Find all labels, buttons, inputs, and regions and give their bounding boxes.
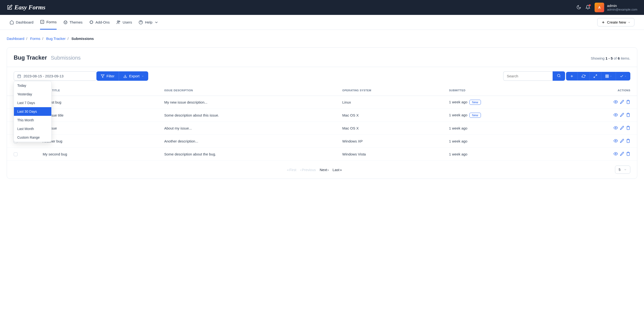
cell-os: Windows XP [338,135,444,148]
row-checkbox[interactable] [14,152,18,156]
bulk-actions-button[interactable] [616,72,630,81]
status-badge: New [470,113,481,118]
edit-action[interactable] [620,152,624,157]
theme-toggle[interactable] [576,5,581,10]
col-submitted[interactable]: SUBMITTED [444,85,559,96]
check-icon [620,74,624,78]
eye-icon [614,100,618,104]
user-menu[interactable]: A admin admin@example.com [594,3,637,12]
notifications-button[interactable] [586,5,590,10]
nav-users[interactable]: Users [116,15,132,30]
result-count: Showing 1 - 5 of 6 items. [591,56,630,60]
avatar: A [594,3,604,12]
notification-dot [589,4,591,6]
date-range-input[interactable]: 2023-08-15 - 2023-09-13 [14,71,97,81]
cell-os: Mac OS X [338,109,444,122]
svg-point-13 [615,127,616,128]
nav-themes[interactable]: Themes [63,15,82,30]
delete-action[interactable] [626,100,630,105]
edit-action[interactable] [620,113,624,118]
chevron-down-icon [610,75,612,77]
date-preset-item[interactable]: This Month [14,116,51,124]
edit-action[interactable] [620,139,624,144]
delete-action[interactable] [626,113,630,118]
user-email: admin@example.com [607,8,637,11]
col-desc[interactable]: ISSUE DESCRIPTION [160,85,338,96]
chevron-down-icon [154,20,158,25]
view-action[interactable] [614,100,618,105]
nav-addons[interactable]: Add-Ons [89,15,110,30]
breadcrumb-current: Submissions [72,37,94,41]
page-first[interactable]: « First [287,168,296,172]
nav-forms[interactable]: Forms [40,15,56,30]
search-button[interactable] [552,71,565,81]
chevron-down-icon [628,21,630,24]
help-icon [139,20,143,25]
users-icon [116,20,121,25]
svg-point-14 [615,140,616,141]
view-action[interactable] [614,152,618,157]
submissions-table: ISSUE TITLE ISSUE DESCRIPTION OPERATING … [7,85,637,161]
edit-icon [7,5,12,10]
page-previous[interactable]: ‹ Previous [300,168,316,172]
svg-point-6 [119,21,120,22]
columns-button[interactable] [601,72,616,81]
edit-action[interactable] [620,100,624,105]
refresh-button[interactable] [578,72,589,81]
breadcrumb-forms[interactable]: Forms [30,37,40,41]
page-title: Bug Tracker [14,54,47,61]
table-row: My issue About my issue... Mac OS X 1 we… [7,122,637,135]
page-subtitle: Submissions [51,55,81,61]
status-badge: New [470,100,481,105]
add-button[interactable] [566,72,578,81]
top-bar: Easy Forms A admin admin@example.com [0,0,644,15]
view-action[interactable] [614,113,618,118]
user-name: admin [607,4,637,8]
svg-rect-8 [18,75,21,78]
page-size-select[interactable]: 5 [615,165,630,174]
breadcrumb-bugtracker[interactable]: Bug Tracker [46,37,66,41]
svg-point-5 [117,21,119,22]
export-button[interactable]: Export [119,71,148,81]
delete-action[interactable] [626,126,630,131]
table-row: My issue title Some description about th… [7,109,637,122]
create-new-button[interactable]: Create New [597,18,634,27]
cell-title: My second bug [22,148,160,161]
filter-button[interactable]: Filter [96,71,119,81]
chevron-down-icon [624,168,627,171]
date-preset-dropdown: TodayYesterdayLast 7 DaysLast 30 DaysThi… [14,81,52,142]
delete-action[interactable] [626,139,630,144]
grid-icon [605,74,609,78]
pencil-icon [620,126,624,130]
page-next[interactable]: Next › [320,168,329,172]
view-action[interactable] [614,126,618,131]
trash-icon [626,152,630,156]
pencil-icon [620,100,624,104]
page-last[interactable]: Last » [333,168,342,172]
date-preset-item[interactable]: Yesterday [14,90,51,98]
cell-desc: About my issue... [160,122,338,135]
expand-button[interactable] [589,72,601,81]
cell-submitted: 1 week ago [444,148,559,161]
brand-text: Easy Forms [14,4,45,11]
refresh-icon [582,74,586,78]
view-action[interactable] [614,139,618,144]
date-preset-item[interactable]: Last 7 Days [14,98,51,107]
breadcrumb-dashboard[interactable]: Dashboard [7,37,24,41]
date-preset-item[interactable]: Last Month [14,124,51,133]
cell-submitted: 1 week agoNew [444,109,559,122]
search-input[interactable] [503,71,552,81]
svg-point-9 [558,74,560,77]
brand-logo[interactable]: Easy Forms [7,4,45,11]
date-preset-item[interactable]: Last 30 Days [14,107,51,116]
nav-dashboard[interactable]: Dashboard [10,15,33,30]
cell-os: Windows Vista [338,148,444,161]
date-preset-item[interactable]: Today [14,81,51,90]
table-row: Another bug Another description... Windo… [7,135,637,148]
nav-help[interactable]: Help [139,15,158,30]
check-icon [40,20,44,24]
date-preset-item[interactable]: Custom Range [14,133,51,142]
col-os[interactable]: OPERATING SYSTEM [338,85,444,96]
delete-action[interactable] [626,152,630,157]
edit-action[interactable] [620,126,624,131]
